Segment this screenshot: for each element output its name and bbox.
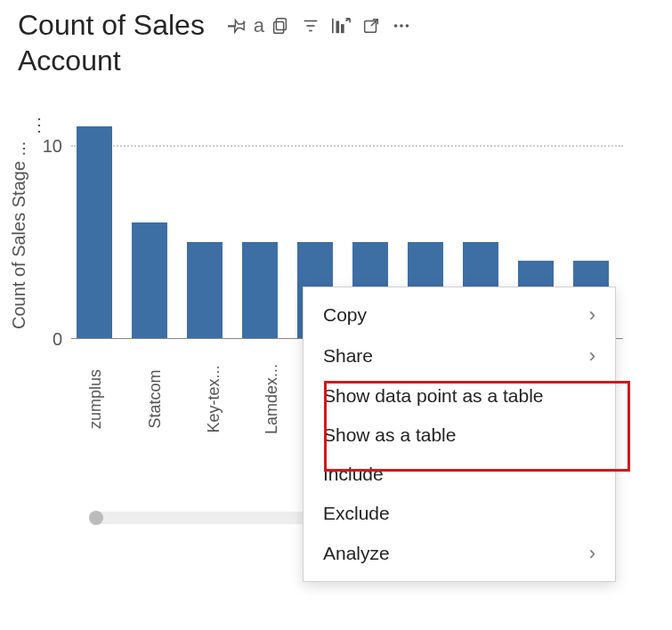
chevron-right-icon: › — [589, 344, 595, 368]
hidden-letter: a — [253, 11, 265, 41]
svg-point-11 — [405, 24, 409, 28]
menu-item-label: Analyze — [323, 543, 390, 564]
svg-point-9 — [394, 24, 398, 28]
menu-item-label: Copy — [323, 304, 367, 326]
menu-item-show-as-table[interactable]: Show as a table — [304, 416, 615, 455]
x-tick-label: Key-tex... — [205, 365, 223, 432]
x-tick-label: Lamdex... — [263, 364, 282, 434]
menu-item-exclude[interactable]: Exclude — [304, 494, 615, 533]
bar[interactable] — [242, 242, 278, 338]
y-tick-10: 10 — [27, 136, 62, 157]
page-title: Count of Sales — [18, 9, 205, 42]
menu-item-label: Share — [323, 345, 373, 367]
svg-point-10 — [400, 24, 403, 28]
pop-out-icon[interactable] — [356, 11, 386, 41]
focus-mode-icon[interactable] — [326, 11, 356, 41]
copy-visual-icon[interactable] — [265, 11, 296, 41]
x-tick-label: zumplus — [87, 369, 106, 429]
more-options-icon[interactable] — [386, 11, 417, 41]
chevron-right-icon: › — [589, 303, 595, 327]
menu-item-label: Include — [323, 464, 384, 485]
menu-item-label: Exclude — [323, 503, 390, 524]
page-title-line2: Account — [18, 44, 121, 77]
filter-icon[interactable] — [296, 11, 326, 41]
y-tick-0: 0 — [27, 329, 62, 350]
bar[interactable] — [77, 126, 112, 338]
svg-rect-0 — [276, 18, 286, 29]
y-axis-label: Count of Sales Stage ... — [9, 141, 29, 329]
scrollbar-thumb[interactable] — [89, 511, 103, 525]
menu-item-include[interactable]: Include — [304, 455, 615, 494]
x-tick-label: Statcom — [146, 369, 165, 428]
bar[interactable] — [132, 222, 167, 338]
menu-item-share[interactable]: Share › — [304, 335, 615, 376]
y-axis-more-icon[interactable]: ⋮ — [30, 114, 48, 135]
svg-rect-6 — [336, 20, 339, 33]
menu-item-analyze[interactable]: Analyze › — [304, 533, 615, 574]
svg-rect-1 — [274, 21, 284, 33]
menu-item-copy[interactable]: Copy › — [304, 295, 615, 335]
menu-item-label: Show as a table — [323, 424, 456, 446]
chevron-right-icon: › — [589, 542, 595, 565]
menu-item-label: Show data point as a table — [323, 385, 544, 407]
svg-rect-7 — [341, 24, 344, 33]
context-menu: Copy › Share › Show data point as a tabl… — [303, 287, 616, 582]
menu-item-show-data-point-table[interactable]: Show data point as a table — [304, 376, 615, 416]
pin-icon[interactable] — [223, 11, 253, 41]
bar[interactable] — [187, 242, 223, 338]
